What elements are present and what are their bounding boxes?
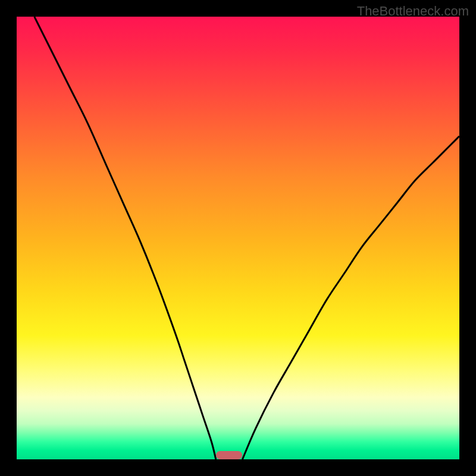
bottleneck-curve (17, 17, 459, 459)
optimal-marker (216, 451, 243, 459)
plot-area (17, 17, 459, 459)
watermark-text: TheBottleneck.com (357, 4, 469, 19)
